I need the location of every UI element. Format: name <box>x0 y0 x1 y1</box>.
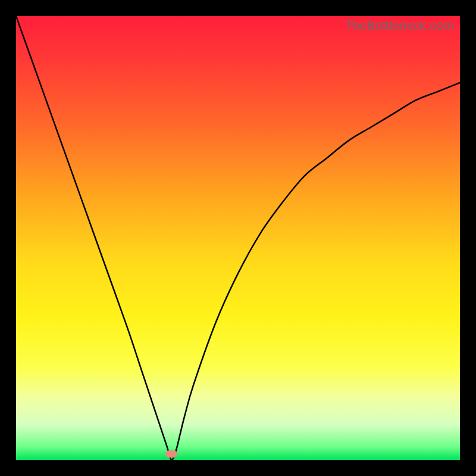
minimum-marker <box>165 450 177 458</box>
bottleneck-curve <box>16 16 460 460</box>
chart-frame: TheBottleneck.com <box>0 0 476 476</box>
plot-area: TheBottleneck.com <box>16 16 460 460</box>
